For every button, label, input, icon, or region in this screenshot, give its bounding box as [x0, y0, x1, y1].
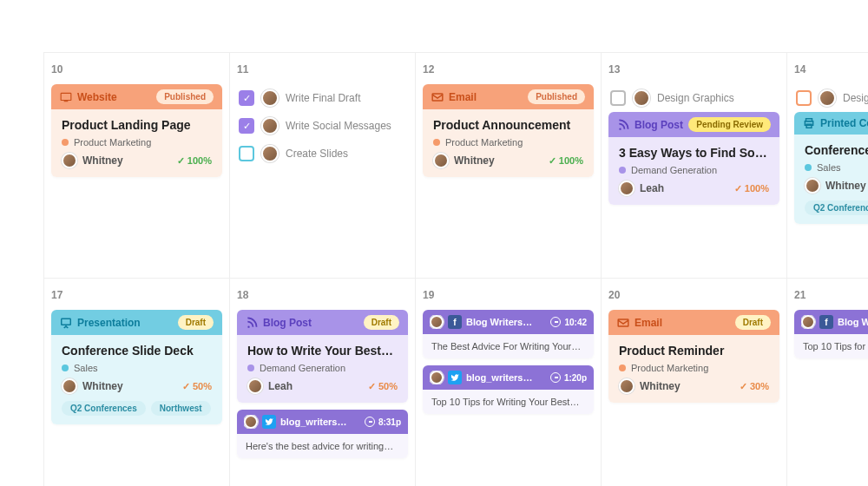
day-cell-11[interactable]: 11 ✓ Write Final Draft ✓ Write Social Me… [229, 52, 415, 278]
social-card[interactable]: f Blog Writers… 10:42 The Best Advice Fo… [423, 310, 594, 358]
checkbox-icon[interactable] [610, 90, 626, 106]
social-card[interactable]: blog_writers… 8:31p Here's the best advi… [237, 410, 408, 458]
category-row: Sales [62, 363, 212, 373]
day-number: 14 [794, 63, 868, 76]
assignee: Whitney [805, 178, 866, 194]
avatar [805, 178, 820, 194]
content-card[interactable]: Printed Collat Conference Bro Sales Whit… [794, 112, 868, 224]
avatar [619, 181, 635, 196]
svg-rect-5 [806, 124, 812, 128]
avatar [430, 371, 444, 384]
avatar [819, 89, 836, 107]
category-label: Product Marketing [445, 137, 523, 148]
category-dot-icon [62, 364, 69, 371]
task-row[interactable]: ✓ Write Final Draft [237, 84, 408, 112]
category-row: Product Marketing [619, 363, 769, 373]
rss-icon [246, 317, 258, 329]
clock-icon [550, 372, 561, 383]
day-cell-17[interactable]: 17 Presentation Draft Conference Slide D… [43, 278, 229, 486]
category-dot-icon [619, 167, 626, 174]
checkbox-icon[interactable] [239, 146, 254, 161]
avatar [261, 117, 279, 135]
task-label: Write Final Draft [286, 92, 360, 104]
assignee-name: Leah [640, 182, 664, 194]
card-body: How to Write Your Best… Demand Generatio… [237, 335, 408, 403]
card-body: Product Landing Page Product Marketing W… [51, 109, 222, 177]
check-icon: ✓ [182, 381, 190, 392]
card-body: 3 Easy Ways to Find Social… Demand Gener… [608, 137, 779, 205]
avatar [261, 145, 279, 162]
assignee-name: Whitney [454, 154, 495, 167]
assignee-name: Whitney [825, 180, 866, 192]
card-header: Blog Post Pending Review [608, 112, 779, 137]
checkbox-icon[interactable]: ✓ [239, 118, 254, 134]
card-header: Presentation Draft [51, 310, 222, 335]
tags-row: Q2 Conferences Northwest [62, 401, 212, 416]
avatar [619, 378, 635, 394]
avatar [62, 153, 77, 168]
status-badge: Published [156, 89, 214, 104]
card-header: Email Draft [608, 310, 779, 335]
social-header: blog_writers… 1:20p [423, 365, 594, 390]
day-cell-20[interactable]: 20 Email Draft Product Reminder Product … [601, 278, 786, 486]
day-cell-13[interactable]: 13 Design Graphics Blog Post Pending Rev… [601, 52, 786, 278]
category-label: Product Marketing [74, 137, 151, 148]
social-handle: blog_writers… [466, 372, 532, 383]
day-number: 18 [237, 289, 408, 301]
avatar [430, 315, 444, 329]
task-row[interactable]: Design Graphics [608, 84, 779, 112]
content-card[interactable]: Email Draft Product Reminder Product Mar… [608, 310, 779, 403]
category-row: Demand Generation [619, 165, 769, 175]
content-card[interactable]: Blog Post Draft How to Write Your Best… … [237, 310, 408, 403]
assignee: Whitney [62, 378, 123, 394]
card-header: Printed Collat [794, 112, 868, 135]
card-title: Conference Slide Deck [62, 344, 212, 358]
task-row[interactable]: Design G [794, 84, 868, 112]
checkbox-icon[interactable] [796, 90, 812, 106]
social-card[interactable]: f Blog Writers Top 10 Tips for Writin [794, 310, 868, 358]
day-cell-12[interactable]: 12 Email Published Product Announcement … [415, 52, 601, 278]
svg-rect-2 [432, 93, 443, 100]
day-cell-19[interactable]: 19 f Blog Writers… 10:42 The Best Advice… [415, 278, 601, 486]
svg-rect-6 [62, 319, 71, 325]
card-body: Product Announcement Product Marketing W… [423, 109, 594, 177]
card-header: Website Published [51, 84, 222, 109]
day-cell-14[interactable]: 14 Design G Printed Collat Conference Br… [786, 52, 868, 278]
checkbox-icon[interactable]: ✓ [239, 90, 254, 106]
card-title: Product Announcement [433, 118, 583, 132]
svg-rect-1 [64, 101, 69, 102]
day-number: 21 [794, 289, 868, 301]
category-dot-icon [247, 364, 254, 371]
twitter-icon [262, 415, 276, 429]
tag-pill[interactable]: Q2 Conferences [62, 401, 146, 416]
category-label: Sales [74, 363, 98, 373]
task-row[interactable]: ✓ Write Social Messages [237, 112, 408, 140]
day-cell-21[interactable]: 21 f Blog Writers Top 10 Tips for Writin [786, 278, 868, 486]
tag-pill[interactable]: Northwest [151, 401, 211, 416]
social-card[interactable]: blog_writers… 1:20p Top 10 Tips for Writ… [423, 365, 594, 414]
rss-icon [617, 119, 629, 131]
card-type-label: Website [77, 91, 117, 103]
day-cell-18[interactable]: 18 Blog Post Draft How to Write Your Bes… [229, 278, 415, 486]
status-badge: Pending Review [688, 117, 771, 132]
content-card[interactable]: Email Published Product Announcement Pro… [423, 84, 594, 177]
day-cell-10[interactable]: 10 Website Published Product Landing Pag… [43, 52, 229, 278]
card-title: Conference Bro [805, 143, 868, 157]
content-card[interactable]: Presentation Draft Conference Slide Deck… [51, 310, 222, 424]
tag-pill[interactable]: Q2 Conferences [805, 200, 868, 215]
avatar [244, 415, 258, 429]
category-row: Sales [805, 162, 868, 173]
clock-icon [550, 317, 561, 327]
social-handle: Blog Writers… [466, 317, 532, 327]
social-time: 10:42 [550, 317, 587, 327]
social-text: Top 10 Tips for Writin [794, 334, 868, 358]
task-row[interactable]: Create Slides [237, 140, 408, 167]
content-card[interactable]: Blog Post Pending Review 3 Easy Ways to … [608, 112, 779, 205]
card-title: 3 Easy Ways to Find Social… [619, 146, 769, 160]
assignee: Whitney [619, 378, 681, 394]
category-row: Demand Generation [247, 363, 398, 373]
card-body: Product Reminder Product Marketing Whitn… [608, 335, 779, 403]
content-card[interactable]: Website Published Product Landing Page P… [51, 84, 222, 177]
assignee: Whitney [433, 153, 495, 168]
category-row: Product Marketing [62, 137, 212, 148]
